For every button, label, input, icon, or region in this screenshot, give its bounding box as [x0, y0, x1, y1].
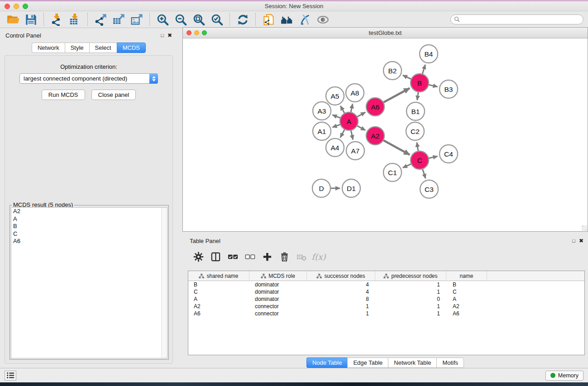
mcds-result-item[interactable]: A2 — [11, 208, 167, 215]
frame-resize-grip[interactable] — [582, 225, 587, 231]
graph-node-D1[interactable]: D1 — [342, 179, 360, 197]
import-network-button[interactable] — [48, 12, 66, 27]
graph-node-A7[interactable]: A7 — [346, 142, 364, 160]
frame-close-icon[interactable] — [186, 30, 191, 35]
column-header-name[interactable]: name — [446, 271, 487, 281]
minimize-window-icon[interactable] — [14, 4, 19, 9]
graph-node-A8[interactable]: A8 — [346, 84, 364, 102]
export-table-button[interactable] — [110, 12, 128, 27]
graph-node-B3[interactable]: B3 — [440, 80, 458, 98]
network-from-selection-button[interactable] — [259, 12, 277, 27]
import-table-button[interactable] — [66, 12, 84, 27]
first-neighbors-button[interactable] — [277, 12, 296, 27]
create-new-column-button[interactable] — [259, 250, 275, 263]
column-header-successor-nodes[interactable]: successor nodes — [307, 271, 375, 281]
graph-node-A1[interactable]: A1 — [313, 122, 331, 140]
graph-edge-C-C3[interactable] — [422, 169, 425, 178]
apply-layout-button[interactable] — [234, 12, 252, 27]
graph-node-B2[interactable]: B2 — [383, 62, 402, 80]
tab-motifs[interactable]: Motifs — [436, 357, 464, 368]
network-frame-titlebar[interactable]: testGlobe.txt — [183, 28, 588, 38]
frame-zoom-icon[interactable] — [202, 30, 207, 35]
graph-node-C2[interactable]: C2 — [406, 122, 424, 140]
open-file-button[interactable] — [4, 12, 22, 27]
column-header-predecessor-nodes[interactable]: predecessor nodes — [375, 271, 446, 281]
mcds-result-item[interactable]: B — [11, 223, 167, 230]
tab-network-table[interactable]: Network Table — [388, 357, 436, 368]
deselect-all-columns-button[interactable] — [242, 250, 258, 263]
graph-node-B4[interactable]: B4 — [420, 45, 438, 63]
mcds-result-item[interactable]: C — [11, 230, 167, 238]
float-panel-icon[interactable]: □ — [161, 33, 164, 38]
graph-edge-A-A6[interactable] — [357, 112, 366, 117]
graph-node-A3[interactable]: A3 — [313, 102, 331, 120]
zoom-out-button[interactable] — [172, 12, 190, 27]
graph-node-B[interactable]: B — [411, 74, 429, 92]
export-image-button[interactable] — [128, 12, 146, 27]
graph-edge-A-A4[interactable] — [340, 129, 345, 138]
export-network-button[interactable] — [91, 12, 110, 27]
tab-node-table[interactable]: Node Table — [306, 357, 348, 368]
graph-edge-A-A7[interactable] — [351, 130, 353, 140]
graph-edge-A-A8[interactable] — [351, 104, 353, 112]
graph-edge-C-C4[interactable] — [429, 156, 438, 158]
graph-node-A5[interactable]: A5 — [326, 87, 344, 105]
delete-columns-button[interactable] — [277, 250, 292, 263]
graph-edge-C-C2[interactable] — [417, 143, 418, 152]
save-session-button[interactable] — [22, 12, 40, 27]
column-header-MCDS-role[interactable]: MCDS role — [249, 271, 307, 281]
tab-style[interactable]: Style — [65, 43, 89, 53]
tab-mcds[interactable]: MCDS — [117, 43, 146, 53]
table-row[interactable]: Adominator80A — [188, 295, 584, 303]
mcds-result-item[interactable]: A — [11, 215, 167, 223]
close-panel-icon[interactable]: ✖ — [167, 33, 172, 38]
graph-edge-C-C1[interactable] — [403, 164, 411, 168]
close-table-panel-icon[interactable]: ✖ — [579, 238, 583, 243]
select-all-columns-button[interactable] — [225, 250, 240, 263]
table-row[interactable]: A6connector11A6 — [188, 310, 584, 317]
table-mode-button[interactable] — [191, 250, 206, 263]
graph-node-A[interactable]: A — [340, 112, 358, 130]
graph-node-A2[interactable]: A2 — [366, 127, 384, 145]
search-input[interactable] — [450, 14, 583, 24]
graph-node-D[interactable]: D — [312, 179, 330, 197]
show-hide-columns-button[interactable] — [208, 250, 223, 263]
graph-edge-A-A2[interactable] — [357, 126, 366, 130]
close-panel-button[interactable]: Close panel — [91, 90, 136, 100]
graph-node-B1[interactable]: B1 — [406, 102, 425, 120]
memory-button[interactable]: Memory — [545, 371, 583, 381]
graph-node-C[interactable]: C — [411, 151, 429, 169]
table-row[interactable]: A2connector11A2 — [188, 303, 584, 310]
graph-edge-B-B3[interactable] — [429, 85, 438, 86]
zoom-in-button[interactable] — [153, 12, 172, 27]
tab-select[interactable]: Select — [89, 43, 117, 53]
graph-node-C3[interactable]: C3 — [420, 180, 438, 198]
float-table-panel-icon[interactable]: □ — [572, 238, 575, 243]
tab-edge-table[interactable]: Edge Table — [347, 357, 388, 368]
zoom-window-icon[interactable] — [23, 4, 28, 9]
frame-minimize-icon[interactable] — [194, 30, 199, 35]
graph-edge-A-A1[interactable] — [332, 124, 340, 128]
criterion-dropdown[interactable]: largest connected component (directed) — [19, 73, 158, 84]
zoom-selected-button[interactable] — [208, 12, 226, 27]
mcds-list-scrollbar[interactable] — [161, 208, 167, 358]
graph-edge-A-A3[interactable] — [332, 115, 340, 118]
mcds-result-item[interactable]: A6 — [11, 238, 167, 245]
graph-edge-B-B4[interactable] — [422, 65, 425, 74]
graph-edge-A2-C[interactable] — [383, 140, 410, 155]
run-mcds-button[interactable]: Run MCDS — [42, 90, 85, 100]
table-row[interactable]: Bdominator41B — [188, 281, 584, 288]
graph-node-A4[interactable]: A4 — [326, 138, 344, 157]
zoom-fit-button[interactable] — [190, 12, 208, 27]
graph-edge-A6-B[interactable] — [383, 88, 410, 103]
graph-node-C1[interactable]: C1 — [383, 163, 402, 181]
graph-edge-B-B1[interactable] — [417, 92, 419, 100]
column-header-shared-name[interactable]: shared name — [188, 271, 249, 281]
task-history-button[interactable] — [5, 371, 16, 381]
graph-edge-B-B2[interactable] — [403, 75, 411, 79]
hide-graphics-details-button[interactable] — [296, 12, 314, 27]
graph-edge-A-A5[interactable] — [340, 106, 344, 114]
graph-node-A6[interactable]: A6 — [366, 98, 384, 116]
table-row[interactable]: Cdominator41C — [188, 288, 584, 295]
show-graphics-details-button[interactable] — [314, 12, 332, 27]
